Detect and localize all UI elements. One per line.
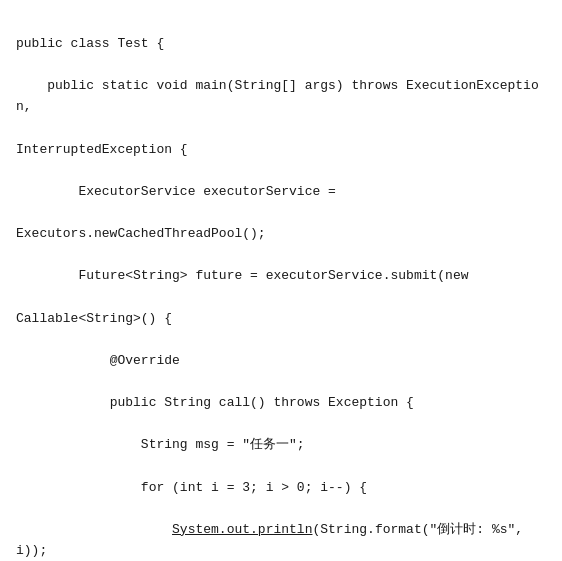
code-line: Executors.newCachedThreadPool();: [16, 223, 546, 244]
code-line: String msg = "任务一";: [16, 434, 546, 455]
code-line: System.out.println(String.format("倒计时: %…: [16, 519, 546, 561]
code-line: public String call() throws Exception {: [16, 392, 546, 413]
code-line: public static void main(String[] args) t…: [16, 75, 546, 118]
code-line: InterruptedException {: [16, 139, 546, 160]
code-line: Future<String> future = executorService.…: [16, 265, 546, 286]
code-block: public class Test { public static void m…: [0, 0, 562, 561]
code-line: public class Test {: [16, 33, 546, 54]
code-line: @Override: [16, 350, 546, 371]
code-line: Callable<String>() {: [16, 308, 546, 329]
code-line: for (int i = 3; i > 0; i--) {: [16, 477, 546, 498]
code-line: ExecutorService executorService =: [16, 181, 546, 202]
